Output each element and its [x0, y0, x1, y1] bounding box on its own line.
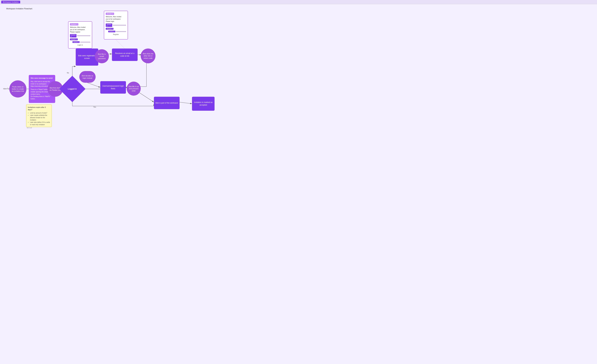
- tab-bar[interactable]: Workspace Invitation: [0, 0, 597, 4]
- bob-decides-node: Bob decides to login instead: [79, 71, 96, 83]
- paula-circle: Paula clicks on button to create an invi…: [9, 80, 26, 97]
- username-login-node: Username/password login fields: [100, 81, 126, 94]
- no-label: No: [67, 72, 69, 74]
- bob-clicks-other-node: Bob clicks the other link or enters code: [141, 48, 156, 63]
- invitation-marked-node: Invitation is marked as accepted: [192, 97, 215, 111]
- screen1-title: Section 1: [70, 23, 78, 25]
- screen1-button: Login in: [70, 44, 90, 46]
- yes-label: Yes: [93, 106, 96, 108]
- screen2-line1: Welcome, Alice invited: [106, 16, 126, 18]
- invitations-note: Invitations expire after 3 days? Limit b…: [26, 104, 52, 127]
- screen1-line2: you to her workspace.: [70, 29, 90, 31]
- screen1-section4-label: Section 4: [72, 41, 79, 43]
- screen2-section3-label: Section 3: [106, 28, 113, 30]
- screen1-section3-label: Section 3: [70, 38, 78, 40]
- svg-line-10: [87, 83, 100, 87]
- invitations-title: Invitations expire after 3 days?: [28, 106, 50, 111]
- receives-email-node: Receives an email w/ a code & link: [112, 48, 138, 61]
- screen1-section2-input: [77, 35, 90, 36]
- bob-fills-out-node: Bob fills it out and pressed enter: [127, 82, 141, 96]
- screen1-section4-input: [80, 42, 90, 42]
- screen2-button: Register: [106, 34, 126, 35]
- page-title: Workspace Invitation Flowchart:: [6, 8, 33, 10]
- screen2-section4-input: [116, 31, 126, 32]
- workspace-invitation-tab[interactable]: Workspace Invitation: [1, 1, 20, 3]
- screen2-section2-label: Section 2: [106, 24, 112, 27]
- inv-bullet2: Later maybe whitelist the allowed emails…: [30, 114, 50, 121]
- nik-graf-label: Nik Graf: [27, 127, 32, 129]
- registration-screen-mockup: Section 1 Welcome, Alice invited you to …: [68, 21, 92, 48]
- logged-in-diamond-container: Logged in: [63, 80, 82, 98]
- svg-line-14: [180, 102, 192, 104]
- screen1-line1: Welcome, Alice invited: [70, 26, 90, 28]
- bob-part-workspace-node: Bob is part of the worksace: [154, 97, 180, 109]
- screen2-section2-input: [113, 25, 126, 25]
- screen2-title: Section 2: [106, 13, 114, 15]
- inv-bullet3: Later also define if it's a write or rea…: [30, 121, 50, 126]
- screen1-section2-label: Section 2: [70, 34, 77, 38]
- screen2-section4-label: Section 4: [108, 31, 115, 32]
- screen1-line3: Please register: [70, 31, 90, 33]
- bob-fills-email-node: Bob fills in email/ password: [95, 49, 109, 63]
- she-sees-title: She sees message to send:: [31, 77, 53, 79]
- screen2-line3: Please login: [106, 21, 126, 22]
- login-screen-mockup: Section 2 Welcome, Alice invited you to …: [104, 11, 128, 40]
- svg-line-20: [116, 40, 125, 48]
- inv-bullet1: Limit by amount of slots?: [30, 112, 50, 114]
- screen2-line2: you to her workspace.: [106, 18, 126, 20]
- flowchart-canvas: Workspace Invitation Flowchart: objectTy…: [0, 4, 597, 362]
